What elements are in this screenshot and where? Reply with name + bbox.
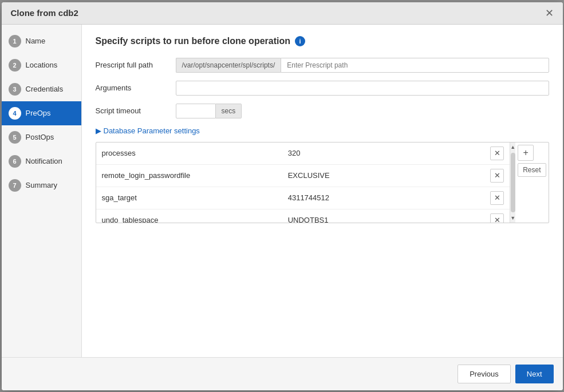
prescript-prefix: /var/opt/snapcenter/spl/scripts/ (176, 58, 281, 73)
prescript-label: Prescript full path (96, 61, 176, 69)
param-remove-cell: ✕ (484, 142, 510, 165)
remove-param-button[interactable]: ✕ (490, 213, 504, 223)
close-button[interactable]: ✕ (545, 8, 554, 18)
sidebar: 1 Name 2 Locations 3 Credentials 4 PreOp… (2, 25, 82, 357)
step-circle-2: 2 (9, 59, 21, 72)
remove-param-button[interactable]: ✕ (490, 146, 504, 160)
prescript-path-row: Prescript full path /var/opt/snapcenter/… (96, 58, 549, 73)
next-button[interactable]: Next (515, 365, 554, 383)
sidebar-label-notification: Notification (26, 157, 62, 165)
sidebar-item-locations[interactable]: 2 Locations (2, 53, 81, 77)
timeout-group: 60 secs (176, 104, 549, 118)
param-actions: + Reset (515, 142, 548, 223)
scroll-thumb (511, 153, 515, 212)
step-circle-3: 3 (9, 83, 21, 96)
sidebar-item-preops[interactable]: 4 PreOps (2, 101, 81, 125)
param-scrollbar: ▲ ▼ (510, 142, 515, 223)
sidebar-label-locations: Locations (26, 61, 58, 69)
close-icon: ✕ (545, 7, 554, 19)
param-table: processes 320 ✕ remote_login_passwordfil… (96, 142, 510, 223)
step-circle-1: 1 (9, 35, 21, 47)
param-value: 4311744512 (282, 187, 484, 209)
remove-param-button[interactable]: ✕ (490, 191, 504, 205)
step-circle-6: 6 (9, 155, 21, 168)
timeout-row: Script timeout 60 secs (96, 104, 549, 118)
sidebar-item-credentials[interactable]: 3 Credentials (2, 77, 81, 101)
modal-title: Clone from cdb2 (11, 8, 78, 18)
param-remove-cell: ✕ (484, 209, 510, 223)
modal-header: Clone from cdb2 ✕ (2, 2, 563, 25)
param-name: processes (96, 142, 282, 165)
sidebar-item-postops[interactable]: 5 PostOps (2, 125, 81, 149)
toggle-arrow-icon: ▶ (96, 126, 101, 135)
param-remove-cell: ✕ (484, 164, 510, 187)
reset-params-button[interactable]: Reset (518, 163, 546, 177)
main-content: Specify scripts to run before clone oper… (82, 25, 563, 357)
sidebar-label-credentials: Credentials (26, 85, 64, 93)
arguments-label: Arguments (96, 84, 176, 92)
param-table-container: processes 320 ✕ remote_login_passwordfil… (96, 142, 549, 223)
param-value: EXCLUSIVE (282, 164, 484, 187)
sidebar-label-name: Name (26, 37, 46, 45)
content-header: Specify scripts to run before clone oper… (96, 36, 549, 46)
table-row: undo_tablespace UNDOTBS1 ✕ (96, 209, 510, 223)
info-icon[interactable]: i (295, 36, 305, 46)
modal-footer: Previous Next (2, 357, 563, 390)
prescript-path-group: /var/opt/snapcenter/spl/scripts/ (176, 58, 549, 73)
step-circle-7: 7 (9, 179, 21, 192)
sidebar-item-name[interactable]: 1 Name (2, 29, 81, 53)
db-param-toggle[interactable]: ▶ Database Parameter settings (96, 126, 549, 135)
db-param-label: Database Parameter settings (104, 126, 200, 135)
step-circle-4: 4 (9, 107, 21, 120)
modal: Clone from cdb2 ✕ 1 Name 2 Locations 3 C… (2, 2, 563, 390)
modal-body: 1 Name 2 Locations 3 Credentials 4 PreOp… (2, 25, 563, 357)
timeout-label: Script timeout (96, 106, 176, 115)
param-value: UNDOTBS1 (282, 209, 484, 223)
table-row: processes 320 ✕ (96, 142, 510, 165)
modal-overlay: Clone from cdb2 ✕ 1 Name 2 Locations 3 C… (0, 0, 564, 392)
param-value: 320 (282, 142, 484, 165)
scroll-up-arrow[interactable]: ▲ (510, 142, 515, 152)
sidebar-item-summary[interactable]: 7 Summary (2, 173, 81, 197)
sidebar-item-notification[interactable]: 6 Notification (2, 149, 81, 173)
timeout-input[interactable]: 60 (176, 104, 216, 118)
param-name: remote_login_passwordfile (96, 164, 282, 187)
sidebar-label-postops: PostOps (26, 133, 54, 141)
step-circle-5: 5 (9, 131, 21, 144)
prescript-input[interactable] (281, 58, 549, 73)
param-remove-cell: ✕ (484, 187, 510, 209)
param-name: sga_target (96, 187, 282, 209)
sidebar-label-preops: PreOps (26, 109, 51, 117)
previous-button[interactable]: Previous (457, 365, 511, 383)
sidebar-label-summary: Summary (26, 181, 58, 189)
arguments-row: Arguments (96, 81, 549, 96)
table-row: remote_login_passwordfile EXCLUSIVE ✕ (96, 164, 510, 187)
content-title: Specify scripts to run before clone oper… (96, 36, 291, 46)
table-row: sga_target 4311744512 ✕ (96, 187, 510, 209)
add-param-button[interactable]: + (518, 145, 534, 161)
param-name: undo_tablespace (96, 209, 282, 223)
timeout-unit: secs (216, 104, 242, 118)
arguments-input[interactable] (176, 81, 549, 96)
remove-param-button[interactable]: ✕ (490, 169, 504, 183)
scroll-down-arrow[interactable]: ▼ (510, 213, 515, 223)
